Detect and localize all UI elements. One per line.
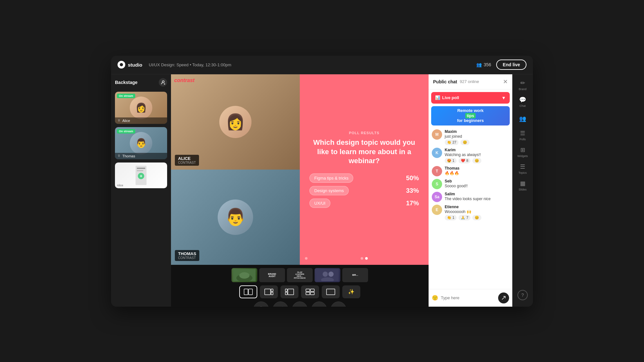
chat-close-button[interactable]: ✕ [503,78,508,85]
reaction-heart-eyes-karim[interactable]: 😍 1 [445,158,457,163]
msg-text-thomas: 🔥🔥🔥 [445,171,509,175]
chat-title-area: Public chat 927 online [433,79,479,84]
viewers-number: 356 [484,62,491,67]
msg-content-thomas: Thomas 🔥🔥🔥 [445,166,509,176]
people-icon: 👥 [519,115,526,122]
thomas-main-brand: CONTRAST [178,256,196,260]
persons-button[interactable]: 👥 [292,302,308,307]
header-right: 👥 356 End live [476,60,526,70]
svg-rect-5 [137,170,143,171]
end-live-button[interactable]: End live [496,60,526,70]
reaction-clap-etienne[interactable]: 👏 1 [445,215,457,220]
msg-content-seb: Seb Soooo good!! [445,179,509,189]
chat-message-seb: S Seb Soooo good!! [432,179,509,189]
avatar-seb: S [432,179,442,189]
thumbnails-row: BRANDAUDIT OLAF& BJÖRNDESI...PITCH DECK … [232,268,368,282]
reaction-smile-maxim[interactable]: 😊 [460,140,469,145]
thumb-brand-audit[interactable]: BRANDAUDIT [259,268,285,282]
poll-option-2: UX/UI 17% [309,199,419,208]
sidebar-topics-button[interactable]: ☰ Topics [515,161,530,177]
svg-rect-15 [244,289,248,295]
sidebar-widgets-button[interactable]: ⊞ Widgets [515,144,530,160]
screen-share-button[interactable]: 🖥 [311,302,327,307]
poll-option-pct-0: 50% [406,174,419,182]
live-poll-bar[interactable]: 📊 Live poll ▼ [431,92,510,104]
dot-nav [361,257,368,260]
on-stream-badge-thomas: On stream [117,129,135,134]
avatar-maxim: M [432,129,442,140]
add-person-button[interactable] [159,78,167,87]
chat-input[interactable] [441,295,496,300]
emoji-input-icon: 🙂 [432,295,438,301]
sidebar-polls-button[interactable]: ☰ Polls [515,128,530,143]
participant-card-thomas[interactable]: 👨 On stream 🎙 Thomas [115,127,167,159]
dot-2 [365,257,368,260]
alice-name-label: Alice [122,119,130,123]
brand-label: Brand [519,88,526,91]
controls-row: 🎙 📹 👥 🖥 ⚙ [253,302,346,307]
contrast-brand-top: contrast [174,78,194,83]
msg-name-thomas: Thomas [445,166,509,171]
layout-right-main-button[interactable] [280,285,298,298]
promo-text: Remote work tips for beginners [457,108,484,123]
participant-card-alice[interactable]: 👩 On stream 🎙 Alice [115,92,167,124]
sidebar-people-button[interactable]: 👥 [515,111,530,126]
camera-button[interactable]: 📹 [273,302,288,307]
promo-image: Remote work tips for beginners [431,106,510,125]
sidebar-chat-button[interactable]: 💬 Chat [515,94,530,110]
mic-button[interactable]: 🎙 [253,302,269,307]
settings-button[interactable]: ⚙ [331,302,346,307]
poll-option-pct-2: 17% [406,200,419,207]
svg-rect-26 [310,292,314,295]
thumb-people[interactable] [315,268,340,282]
on-stream-badge-alice: On stream [117,94,135,98]
svg-rect-24 [310,289,314,292]
live-poll-label: Live poll [442,95,459,100]
center-stage: contrast 👩 ALICE CONTRAST 👨 [171,74,429,307]
msg-text-etienne: Woooooooh 🙌 [445,209,509,214]
backstage-sidebar: Backstage 👩 On stream [111,74,171,307]
chat-sidebar: Public chat 927 online ✕ 📊 Live poll ▼ R… [429,74,512,307]
sidebar-slides-button[interactable]: ▦ Slides [515,178,530,193]
svg-rect-21 [285,292,287,295]
topics-icon: ☰ [520,163,525,170]
layout-single-button[interactable] [322,285,340,298]
reaction-heart-karim[interactable]: ❤️ 8 [459,158,470,163]
online-count: 927 online [460,79,479,84]
alice-main-video: contrast 👩 ALICE CONTRAST [171,74,300,170]
thumb-pitch[interactable]: OLAF& BJÖRNDESI...PITCH DECK [287,268,313,282]
chat-header: Public chat 927 online ✕ [429,74,512,89]
reaction-clap-maxim[interactable]: 👏 27 [445,140,459,145]
avatar-etienne: E [432,205,442,215]
widgets-icon: ⊞ [520,146,525,153]
layout-magic-button[interactable]: ✨ [342,285,360,298]
polls-label: Polls [519,138,526,141]
help-button[interactable]: ? [517,290,528,300]
poll-option-0: Figma tips & tricks 50% [309,173,419,183]
chat-message-maxim: M Maxim just joined 👏 27 😊 [432,129,509,145]
dot-left [305,257,308,260]
layout-split-button[interactable] [239,285,257,298]
poll-option-label-0: Figma tips & tricks [309,173,353,183]
thumb-partial[interactable]: BR... [342,268,368,282]
sidebar-edit-button[interactable]: ✏ Brand [515,78,530,93]
send-button[interactable] [498,292,509,303]
svg-rect-23 [306,289,310,292]
reaction-pray-etienne[interactable]: 🙏 7 [459,215,470,220]
slides-icon: ▦ [520,180,526,187]
chat-message-thomas: T Thomas 🔥🔥🔥 [432,166,509,176]
svg-rect-20 [285,289,287,292]
poll-question: Which design topic would you like to lea… [309,138,419,166]
alice-name-tag: ALICE CONTRAST [175,155,199,166]
chat-input-area: 🙂 [429,289,512,307]
thumb-nature[interactable] [232,268,257,282]
session-info: UI/UX Design: Speed • Today, 12:30-1:00p… [149,62,231,67]
reaction-smile-etienne[interactable]: 😊 [472,215,481,220]
poll-option-label-2: UX/UI [309,199,330,208]
slide-card-alice[interactable]: + Alice [115,162,167,188]
msg-content-karim: Karim Watching as always!! 😍 1 ❤️ 8 😊 [445,148,509,163]
layout-left-main-button[interactable] [260,285,278,298]
thomas-name-tag: THOMAS CONTRAST [175,250,199,261]
reaction-smile-karim[interactable]: 😊 [472,158,481,163]
layout-grid-button[interactable] [301,285,319,298]
